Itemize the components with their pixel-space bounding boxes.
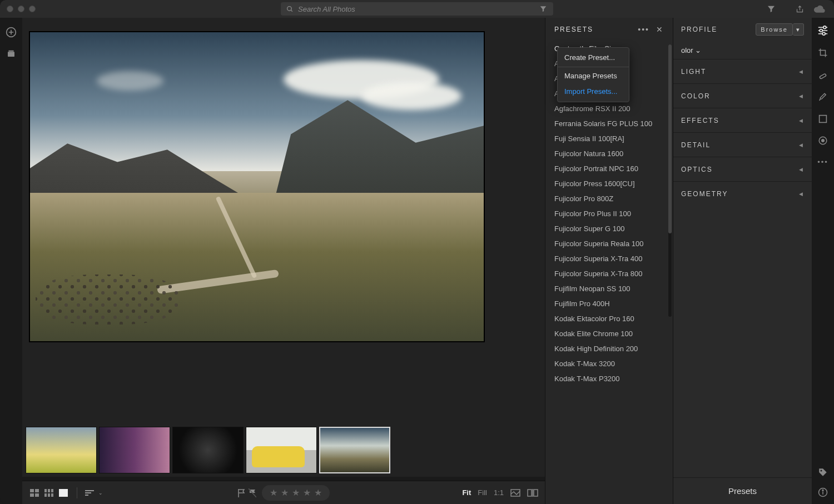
section-detail[interactable]: DETAIL◀ [673, 132, 812, 157]
preset-item[interactable]: Kodak High Definition 200 [554, 341, 671, 356]
compare-icon[interactable] [527, 489, 538, 497]
more-options-icon[interactable]: ••• [638, 25, 649, 34]
titlebar-right [767, 4, 825, 13]
section-geometry[interactable]: GEOMETRY◀ [673, 181, 812, 206]
presets-button[interactable]: Presets [673, 477, 812, 504]
close-presets-icon[interactable]: ✕ [656, 25, 664, 34]
filter-near-search-icon[interactable] [539, 5, 547, 13]
linear-gradient-icon[interactable] [818, 114, 827, 123]
presets-list: Contrastly Film Sims Agfa Color Portrait… [545, 41, 673, 504]
crop-icon[interactable] [818, 48, 828, 58]
preset-item[interactable]: Fujicolor Portrait NPC 160 [554, 161, 671, 176]
search-input[interactable]: Search All Photos [281, 2, 553, 16]
zoom-one-to-one[interactable]: 1:1 [494, 488, 504, 497]
svg-rect-17 [59, 489, 68, 497]
filter-icon[interactable] [767, 4, 776, 13]
menu-manage-presets[interactable]: Manage Presets [558, 68, 629, 84]
star-icon[interactable]: ★ [281, 487, 289, 498]
menu-import-presets[interactable]: Import Presets... [558, 84, 629, 99]
preset-item[interactable]: Kodak Ektacolor Pro 160 [554, 311, 671, 326]
preset-item[interactable]: Kodak T-Max 3200 [554, 356, 671, 371]
svg-rect-5 [8, 52, 14, 57]
presets-scrollbar[interactable] [668, 44, 672, 317]
thumbnail-1[interactable] [26, 427, 97, 473]
minimize-window[interactable] [18, 6, 24, 12]
section-effects[interactable]: EFFECTS◀ [673, 108, 812, 132]
edit-sliders-icon[interactable] [817, 26, 828, 36]
info-icon[interactable] [818, 487, 828, 497]
section-label: DETAIL [681, 141, 711, 149]
thumbnail-2[interactable] [99, 427, 170, 473]
preset-item[interactable]: Fujicolor Super G 100 [554, 221, 671, 236]
menu-create-preset[interactable]: Create Preset... [558, 50, 629, 66]
presets-title: PRESETS [554, 26, 593, 33]
profile-row: PROFILE Browse ▾ [673, 18, 812, 41]
preset-item[interactable]: Fujicolor Pro Plus II 100 [554, 206, 671, 221]
zoom-fill[interactable]: Fill [478, 488, 487, 497]
section-label: LIGHT [681, 68, 706, 76]
filmstrip [22, 423, 545, 481]
menu-separator [558, 67, 629, 67]
preset-item[interactable]: Fuji Sensia II 100[RA] [554, 131, 671, 146]
share-icon[interactable] [796, 5, 804, 13]
svg-point-35 [822, 139, 825, 142]
my-photos-icon[interactable] [6, 49, 16, 58]
preset-item[interactable]: Ferrania Solaris FG PLUS 100 [554, 116, 671, 131]
flag-controls [237, 488, 256, 497]
preset-item[interactable]: Kodak T-Max P3200 [554, 371, 671, 386]
profile-selected[interactable]: olor ⌄ [673, 41, 812, 59]
section-label: GEOMETRY [681, 190, 728, 198]
search-icon [286, 6, 294, 13]
sort-dropdown[interactable]: ⌄ [85, 490, 103, 496]
star-icon[interactable]: ★ [314, 487, 322, 498]
square-grid-icon[interactable] [43, 488, 54, 497]
preset-item[interactable]: Fujicolor Press 1600[CU] [554, 176, 671, 191]
chevron-down-icon: ⌄ [98, 490, 103, 496]
zoom-fit[interactable]: Fit [462, 488, 471, 497]
tag-icon[interactable] [818, 467, 828, 477]
bottom-center: ★ ★ ★ ★ ★ [237, 485, 330, 501]
flag-pick-icon[interactable] [237, 488, 245, 497]
close-window[interactable] [7, 6, 13, 12]
preset-item[interactable]: Agfachrome RSX II 200 [554, 101, 671, 116]
section-color[interactable]: COLOR◀ [673, 83, 812, 108]
star-icon[interactable]: ★ [303, 487, 311, 498]
preset-item[interactable]: Fujicolor Natura 1600 [554, 146, 671, 161]
photo-grid-icon[interactable] [29, 488, 40, 497]
preset-item[interactable]: Fujicolor Superia X-Tra 800 [554, 266, 671, 281]
svg-rect-10 [35, 493, 39, 497]
browse-profile-button[interactable]: Browse [756, 23, 793, 36]
star-icon[interactable]: ★ [292, 487, 300, 498]
thumbnail-4[interactable] [246, 427, 317, 473]
thumbnail-3[interactable] [172, 427, 244, 473]
maximize-window[interactable] [29, 6, 36, 12]
cloud-icon[interactable] [814, 5, 825, 13]
svg-line-1 [291, 10, 292, 12]
svg-point-31 [822, 32, 825, 35]
brush-icon[interactable] [818, 92, 828, 102]
main-photo[interactable] [29, 31, 485, 342]
add-photo-icon[interactable] [6, 27, 17, 38]
preset-item[interactable]: Fujicolor Superia X-Tra 400 [554, 251, 671, 266]
preset-item[interactable]: Fujifilm Pro 400H [554, 296, 671, 311]
healing-brush-icon[interactable] [818, 70, 828, 80]
preset-item[interactable]: Fujifilm Neopan SS 100 [554, 281, 671, 296]
filmstrip-scrollbar[interactable] [22, 477, 545, 481]
svg-rect-32 [820, 73, 827, 79]
section-optics[interactable]: OPTICS◀ [673, 157, 812, 181]
preset-item[interactable]: Kodak Elite Chrome 100 [554, 326, 671, 341]
flag-reject-icon[interactable] [249, 488, 256, 497]
browse-dropdown[interactable]: ▾ [793, 23, 804, 36]
overlay-icon[interactable] [510, 489, 520, 497]
svg-rect-8 [35, 489, 39, 492]
preset-item[interactable]: Fujicolor Superia Reala 100 [554, 236, 671, 251]
star-rating[interactable]: ★ ★ ★ ★ ★ [262, 485, 330, 501]
section-light[interactable]: LIGHT◀ [673, 59, 812, 83]
detail-view-icon[interactable] [58, 488, 69, 497]
more-tools-icon[interactable]: ••• [817, 158, 828, 166]
radial-gradient-icon[interactable] [818, 136, 828, 146]
preset-item[interactable]: Fujicolor Pro 800Z [554, 191, 671, 206]
app-body: ⌄ ★ ★ ★ ★ ★ F [0, 18, 834, 504]
thumbnail-5[interactable] [319, 427, 390, 473]
star-icon[interactable]: ★ [270, 487, 277, 498]
